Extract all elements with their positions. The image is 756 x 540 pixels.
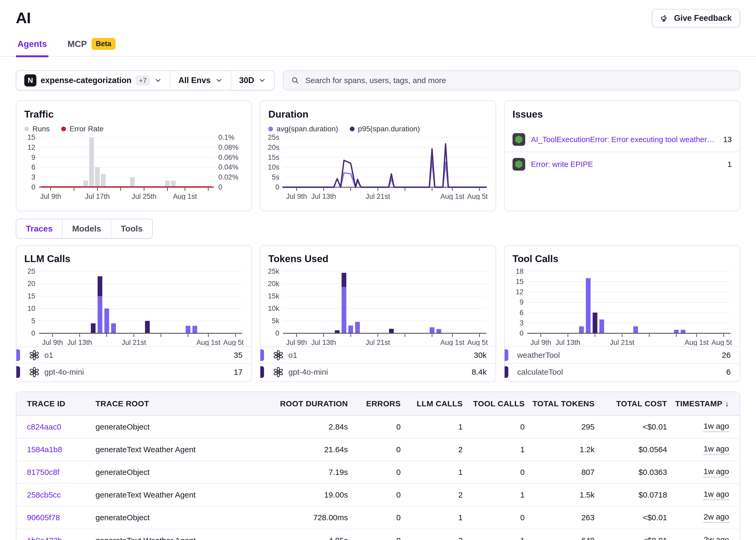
- timestamp-value[interactable]: 1w ago: [703, 467, 729, 477]
- timestamp-value[interactable]: 1w ago: [703, 490, 729, 500]
- series-total-row[interactable]: o135: [16, 346, 251, 363]
- issues-list: AI_ToolExecutionError: Error executing t…: [513, 127, 732, 176]
- tokens-used-chart: 05k10k15k20k25kJul 9thJul 13thJul 21stAu…: [268, 267, 488, 346]
- series-color-strip: [260, 366, 264, 378]
- subtab-traces-label: Traces: [26, 224, 53, 234]
- error-rate-legend-dot: [61, 127, 66, 131]
- svg-text:25s: 25s: [268, 134, 279, 141]
- issue-row: AI_ToolExecutionError: Error executing t…: [505, 127, 740, 152]
- page-title: AI: [16, 9, 31, 27]
- column-header-llm_calls[interactable]: LLM CALLS: [403, 399, 463, 408]
- timestamp-value[interactable]: 1w ago: [703, 444, 729, 455]
- issue-link[interactable]: Error: write EPIPE: [531, 160, 722, 169]
- column-header-tool_calls[interactable]: TOOL CALLS: [465, 399, 525, 408]
- series-color-strip: [16, 366, 20, 378]
- traffic-card: Traffic Runs Error Rate 0369121500.02%0.…: [16, 100, 252, 211]
- cell-root_duration: 19.00s: [269, 490, 348, 499]
- give-feedback-button[interactable]: Give Feedback: [652, 9, 740, 27]
- subtab-tools[interactable]: Tools: [111, 219, 152, 238]
- cell-errors: 0: [351, 468, 401, 477]
- svg-text:9: 9: [31, 154, 35, 161]
- trace-id-link[interactable]: 1b9a433b: [27, 536, 62, 540]
- column-header-total_cost[interactable]: TOTAL COST: [597, 399, 667, 408]
- trace-table-row: 258cb5ccgenerateText Weather Agent19.00s…: [16, 484, 740, 506]
- svg-text:0: 0: [31, 183, 35, 191]
- give-feedback-label: Give Feedback: [674, 13, 732, 23]
- trace-table-row: 90605f78generateObject728.00ms010263<$0.…: [16, 506, 740, 529]
- series-total-row[interactable]: gpt-4o-mini8.4k: [260, 363, 495, 380]
- column-header-root_duration[interactable]: ROOT DURATION: [269, 399, 348, 408]
- runs-legend-label: Runs: [33, 125, 50, 133]
- svg-text:0: 0: [520, 329, 524, 337]
- llm-calls-card-title: LLM Calls: [24, 253, 243, 264]
- cell-llm_calls: 1: [403, 422, 463, 431]
- cell-total_tokens: 807: [527, 468, 595, 477]
- series-total-label: gpt-4o-mini: [288, 367, 467, 376]
- timestamp-value[interactable]: 1w ago: [703, 422, 729, 432]
- cell-errors: 0: [351, 536, 401, 540]
- svg-text:18: 18: [516, 267, 524, 275]
- svg-text:Jul 25th: Jul 25th: [132, 193, 156, 200]
- avg-duration-legend-label: avg(span.duration): [276, 125, 338, 133]
- subtab-traces[interactable]: Traces: [16, 219, 63, 238]
- svg-text:20: 20: [27, 280, 35, 288]
- cell-errors: 0: [351, 513, 401, 522]
- svg-text:3: 3: [31, 173, 35, 181]
- column-header-total_tokens[interactable]: TOTAL TOKENS: [527, 399, 595, 408]
- issue-row: Error: write EPIPE1: [505, 152, 740, 176]
- trace-id-link[interactable]: 258cb5cc: [27, 490, 61, 499]
- column-header-timestamp[interactable]: TIMESTAMP↓: [670, 399, 729, 408]
- issue-link[interactable]: AI_ToolExecutionError: Error executing t…: [531, 135, 717, 144]
- trace-id-link[interactable]: 81750c8f: [27, 468, 59, 476]
- series-total-row[interactable]: calculateTool6: [505, 363, 740, 380]
- column-header-trace_id[interactable]: TRACE ID: [27, 399, 93, 408]
- cell-root_duration: 21.64s: [269, 445, 348, 454]
- subtab-models[interactable]: Models: [63, 219, 111, 238]
- timestamp-value[interactable]: 2w ago: [703, 535, 729, 540]
- date-range-dropdown[interactable]: 30D: [231, 71, 274, 90]
- series-total-row[interactable]: weatherTool26: [505, 346, 740, 363]
- timestamp-value[interactable]: 2w ago: [703, 512, 729, 523]
- svg-text:12: 12: [516, 288, 524, 296]
- trace-id-link[interactable]: 90605f78: [27, 513, 60, 522]
- sort-desc-icon: ↓: [725, 399, 729, 408]
- cell-total_cost: $0.0564: [597, 445, 667, 454]
- tab-mcp[interactable]: MCP Beta: [66, 35, 117, 56]
- cell-total_tokens: 1.5k: [527, 490, 595, 499]
- issue-count: 13: [723, 135, 732, 144]
- search-input[interactable]: [305, 76, 732, 85]
- environment-filter-dropdown[interactable]: All Envs: [170, 71, 231, 90]
- cell-timestamp: 1w ago: [670, 467, 729, 477]
- trace-id-link[interactable]: 1584a1b8: [27, 445, 62, 454]
- svg-text:10: 10: [27, 305, 35, 313]
- cell-trace_id: c824aac0: [27, 422, 93, 431]
- series-total-row[interactable]: o130k: [260, 346, 495, 363]
- cell-tool_calls: 0: [465, 422, 525, 431]
- cell-llm_calls: 1: [403, 468, 463, 477]
- subtab-tools-label: Tools: [121, 224, 143, 234]
- column-header-errors[interactable]: ERRORS: [351, 399, 401, 408]
- legend-item-p95-duration: p95(span.duration): [350, 125, 420, 133]
- svg-text:0.08%: 0.08%: [219, 143, 238, 151]
- traffic-chart: 0369121500.02%0.04%0.06%0.08%0.1%Jul 9th…: [24, 134, 243, 200]
- series-total-value: 6: [726, 367, 731, 376]
- svg-text:Jul 13th: Jul 13th: [67, 338, 92, 346]
- page-header: AI Give Feedback: [16, 0, 740, 27]
- svg-text:0.02%: 0.02%: [219, 173, 238, 181]
- svg-text:Aug 1st: Aug 1st: [684, 338, 709, 346]
- tool-calls-card: Tool Calls 0369121518Jul 9thJul 13thJul …: [504, 245, 740, 382]
- svg-text:15: 15: [27, 134, 35, 141]
- series-total-row[interactable]: gpt-4o-mini17: [16, 363, 251, 380]
- traffic-card-title: Traffic: [24, 109, 243, 120]
- svg-text:3: 3: [520, 319, 524, 327]
- svg-text:Aug 5th: Aug 5th: [223, 338, 243, 346]
- cell-llm_calls: 2: [403, 490, 463, 499]
- cell-total_cost: $0.0363: [597, 468, 667, 477]
- cell-trace_root: generateText Weather Agent: [95, 490, 266, 499]
- tool-calls-card-title: Tool Calls: [513, 253, 732, 264]
- project-filter-dropdown[interactable]: N expense-categorization +7: [16, 71, 170, 90]
- tab-agents[interactable]: Agents: [16, 35, 49, 56]
- trace-id-link[interactable]: c824aac0: [27, 422, 61, 431]
- cell-timestamp: 1w ago: [670, 490, 729, 500]
- column-header-trace_root[interactable]: TRACE ROOT: [95, 399, 266, 408]
